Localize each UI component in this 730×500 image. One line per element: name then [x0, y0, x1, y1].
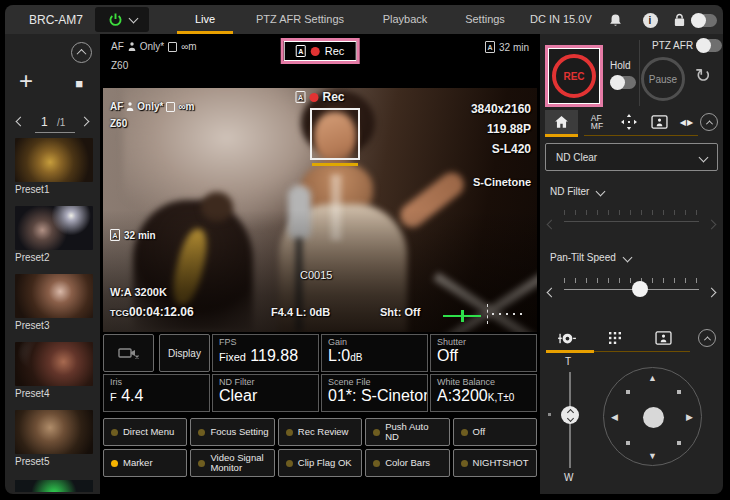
preset-item-3[interactable]: Preset3 — [15, 274, 93, 331]
control-tab-row-1: AFMF ◀▶ — [540, 110, 723, 136]
assign-button-off[interactable]: Off — [453, 418, 537, 446]
nd-value: Clear — [219, 387, 312, 405]
gain-tile[interactable]: Gain L:0dB — [321, 334, 428, 372]
page-next-button[interactable] — [80, 117, 90, 127]
indicator-dot — [286, 429, 293, 436]
assign-button-focus-setting[interactable]: Focus Setting — [190, 418, 274, 446]
notifications-button[interactable] — [606, 11, 624, 29]
joystick-knob[interactable] — [643, 407, 664, 428]
tab-subject-tracking[interactable] — [646, 110, 672, 134]
iris-tile[interactable]: Iris F 4.4 — [103, 374, 210, 412]
page-total: /1 — [57, 117, 65, 128]
media-card-icon: A — [295, 91, 305, 103]
assign-button-direct-menu[interactable]: Direct Menu — [103, 418, 187, 446]
panel-collapse-button-2[interactable] — [696, 326, 718, 350]
tab-home[interactable] — [545, 110, 578, 134]
tab-playback[interactable]: Playback — [370, 5, 440, 34]
preset-item-4[interactable]: Preset4 — [15, 342, 93, 399]
tab-settings[interactable]: Settings — [453, 5, 517, 34]
nd-filter-slider — [540, 206, 723, 232]
rec-button[interactable]: REC — [552, 54, 596, 98]
slider-increase-arrow — [708, 214, 715, 232]
pan-tilt-speed-expander[interactable]: Pan-Tilt Speed — [550, 252, 631, 263]
stop-preset-button[interactable]: ■ — [75, 78, 83, 90]
lock-toggle[interactable] — [691, 14, 717, 27]
preset-pagination: 1 /1 — [5, 114, 100, 130]
indicator-dot — [461, 429, 468, 436]
pan-tilt-speed-slider[interactable] — [540, 274, 723, 300]
assign-label: Marker — [123, 458, 153, 468]
sidebar-collapse-button[interactable] — [71, 42, 92, 63]
assign-button-nightshot[interactable]: NIGHTSHOT — [453, 449, 537, 477]
osd-clip-name: C0015 — [300, 269, 332, 281]
tile-label: FPS — [219, 337, 312, 347]
osd-color-gamut: S-L420 — [492, 142, 531, 156]
slider-decrease-arrow[interactable] — [548, 282, 555, 300]
osd-af-label: AF — [110, 101, 123, 112]
power-source-status: DC IN 15.0V — [530, 13, 592, 25]
viewfinder[interactable]: A Rec AF Only* ∞m Z60 3840x2160 119.88P … — [103, 88, 537, 332]
ptz-afr-pause-button[interactable]: Pause — [641, 57, 685, 101]
osd-timecode: TCG00:04:12.06 — [110, 305, 194, 319]
content-area: + ■ 1 /1 Preset1 Preset2 Preset3 — [5, 34, 723, 494]
afmf-bottom: MF — [591, 121, 603, 131]
tab-af-mf[interactable]: AFMF — [584, 110, 610, 134]
tilt-down-arrow[interactable]: ▼ — [648, 452, 657, 461]
hold-toggle[interactable] — [610, 76, 636, 89]
slider-increase-arrow[interactable] — [708, 282, 715, 300]
wb-value: A:3200 — [437, 387, 488, 404]
monitor-column: AF Only* ∞m Z60 A Rec A 32 min — [103, 34, 537, 494]
slider-thumb[interactable] — [632, 281, 648, 297]
focus-scale — [487, 304, 527, 324]
tab-pan-tilt[interactable] — [616, 110, 642, 134]
white-balance-tile[interactable]: White Balance A:3200K,T±0 — [430, 374, 537, 412]
add-preset-button[interactable]: + — [19, 70, 33, 92]
tab-position-grid[interactable] — [602, 326, 628, 350]
tile-label: Scene File — [328, 377, 421, 387]
panel-collapse-button-1[interactable] — [698, 110, 720, 134]
assign-button-clip-flag-ok[interactable]: Clip Flag OK — [278, 449, 362, 477]
nd-filter-tile[interactable]: ND Filter Clear — [212, 374, 319, 412]
assign-button-video-signal-monitor[interactable]: Video Signal Monitor — [190, 449, 274, 477]
tilt-up-arrow[interactable]: ▲ — [648, 374, 657, 383]
assign-label: Focus Setting — [210, 427, 268, 437]
display-button[interactable]: Display — [159, 334, 210, 372]
zoom-rocker-thumb[interactable] — [561, 406, 579, 424]
preset-item-5[interactable]: Preset5 — [15, 410, 93, 467]
wb-unit: K,T±0 — [488, 392, 515, 403]
ptz-afr-toggle[interactable] — [696, 39, 722, 52]
assign-button-push-auto-nd[interactable]: Push Auto ND — [365, 418, 449, 446]
shutter-tile[interactable]: Shutter Off — [430, 334, 537, 372]
tab-joystick[interactable] — [552, 326, 582, 350]
divider — [639, 40, 640, 106]
preset-item-6-partial[interactable] — [15, 480, 93, 492]
indicator-dot — [111, 460, 118, 467]
slider-ticks — [564, 210, 699, 215]
assign-label: NIGHTSHOT — [473, 458, 529, 468]
tab-subject-tracking-2[interactable] — [650, 326, 676, 350]
assign-label: Video Signal Monitor — [210, 453, 269, 473]
preset-item-1[interactable]: Preset1 — [15, 138, 93, 195]
preset-item-2[interactable]: Preset2 — [15, 206, 93, 263]
tab-ptz-afr-settings[interactable]: PTZ AFR Settings — [245, 5, 355, 34]
pan-right-arrow[interactable]: ▶ — [686, 413, 693, 422]
assign-button-color-bars[interactable]: Color Bars — [365, 449, 449, 477]
scene-file-tile[interactable]: Scene File 01*: S-Cinetone — [321, 374, 428, 412]
power-button[interactable] — [95, 7, 149, 32]
camera-fx-button[interactable] — [103, 334, 154, 372]
pan-tilt-joystick[interactable]: ▲ ▼ ◀ ▶ — [603, 367, 702, 466]
assign-button-rec-review[interactable]: Rec Review — [278, 418, 362, 446]
page-prev-button[interactable] — [16, 117, 26, 127]
diagonal-mark — [626, 441, 630, 445]
fps-tile[interactable]: FPS Fixed 119.88 — [212, 334, 319, 372]
nd-filter-expander[interactable]: ND Filter — [550, 186, 604, 197]
tab-live[interactable]: Live — [177, 5, 233, 34]
information-button[interactable]: i — [641, 11, 659, 29]
nd-preset-dropdown[interactable]: ND Clear — [545, 143, 718, 171]
face-detection-frame — [310, 108, 360, 160]
assign-button-marker[interactable]: Marker — [103, 449, 187, 477]
ptz-afr-reset-button[interactable]: ↺ — [695, 64, 711, 87]
pan-left-arrow[interactable]: ◀ — [611, 413, 618, 422]
tab-tele-wide[interactable]: ◀▶ — [676, 110, 698, 134]
tele-wide-icon: ◀▶ — [680, 118, 694, 127]
